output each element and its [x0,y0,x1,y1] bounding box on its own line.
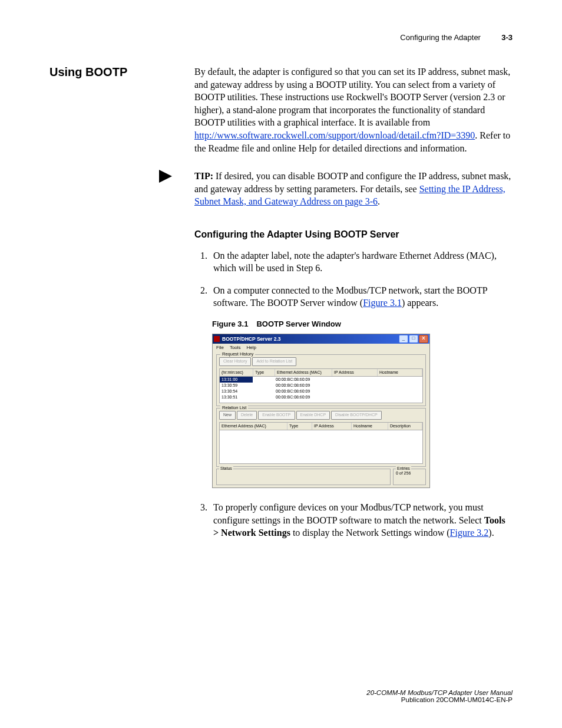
sub-heading: Configuring the Adapter Using BOOTP Serv… [194,228,513,241]
status-box: Status [216,469,391,485]
footer-manual-title: 20-COMM-M Modbus/TCP Adapter User Manual [366,689,513,696]
figure-3-2-link[interactable]: Figure 3.2 [450,528,489,538]
tip-block: TIP: If desired, you can disable BOOTP a… [194,170,513,208]
menu-help[interactable]: Help [247,345,256,351]
maximize-button[interactable]: □ [409,335,418,343]
table-row: 13:30:5400:00:BC:08:60:09 [220,388,422,394]
steps-list: On the adapter label, note the adapter's… [194,249,513,309]
add-relation-button[interactable]: Add to Relation List [252,357,296,366]
menu-tools[interactable]: Tools [230,345,241,351]
page-header: Configuring the Adapter 3-3 [49,33,513,42]
relation-rows[interactable] [219,430,423,464]
page-footer: 20-COMM-M Modbus/TCP Adapter User Manual… [366,689,513,703]
table-row: 13:30:5100:00:BC:08:60:09 [220,394,422,400]
step-2: On a computer connected to the Modbus/TC… [210,284,513,309]
chapter-title: Configuring the Adapter [400,33,481,42]
minimize-button[interactable]: _ [399,335,408,343]
enable-bootp-button[interactable]: Enable BOOTP [258,411,295,420]
entries-box: Entries 0 of 256 [393,469,426,485]
steps-list-cont: To properly configure devices on your Mo… [194,501,513,539]
intro-paragraph: By default, the adapter is configured so… [194,65,513,154]
page-number: 3-3 [501,33,513,42]
clear-history-button[interactable]: Clear History [219,357,251,366]
close-button[interactable]: X [419,335,428,343]
section-heading: Using BOOTP [49,65,127,79]
request-rows[interactable]: 13:31:0000:00:BC:08:60:09 13:30:5900:00:… [219,377,423,403]
enable-dhcp-button[interactable]: Enable DHCP [296,411,330,420]
figure-3-1-link[interactable]: Figure 3.1 [363,298,402,308]
delete-button[interactable]: Delete [237,411,257,420]
figure-caption: Figure 3.1BOOTP Server Window [212,319,513,330]
bootp-window: BOOTP/DHCP Server 2.3 _ □ X File Tools H… [212,334,430,488]
disable-bootp-dhcp-button[interactable]: Disable BOOTP/DHCP [331,411,382,420]
rockwell-link[interactable]: http://www.software.rockwell.com/support… [194,130,475,140]
new-button[interactable]: New [219,411,236,420]
tip-arrow-icon [159,170,172,183]
tip-label: TIP: [194,171,213,181]
app-icon [214,336,220,342]
menu-file[interactable]: File [216,345,224,351]
titlebar: BOOTP/DHCP Server 2.3 _ □ X [213,334,429,344]
window-title: BOOTP/DHCP Server 2.3 [222,336,399,342]
step-1: On the adapter label, note the adapter's… [210,249,513,275]
request-columns: (hr:min:sec) Type Ethernet Address (MAC)… [219,368,423,377]
table-row: 13:31:0000:00:BC:08:60:09 [220,377,422,383]
relation-columns: Ethernet Address (MAC) Type IP Address H… [219,422,423,430]
table-row: 13:30:5900:00:BC:08:60:09 [220,383,422,388]
request-history-group: Request History Clear History Add to Rel… [216,354,426,406]
footer-publication: Publication 20COMM-UM014C-EN-P [366,696,513,703]
relation-list-group: Relation List New Delete Enable BOOTP En… [216,408,426,467]
step-3: To properly configure devices on your Mo… [210,501,513,539]
